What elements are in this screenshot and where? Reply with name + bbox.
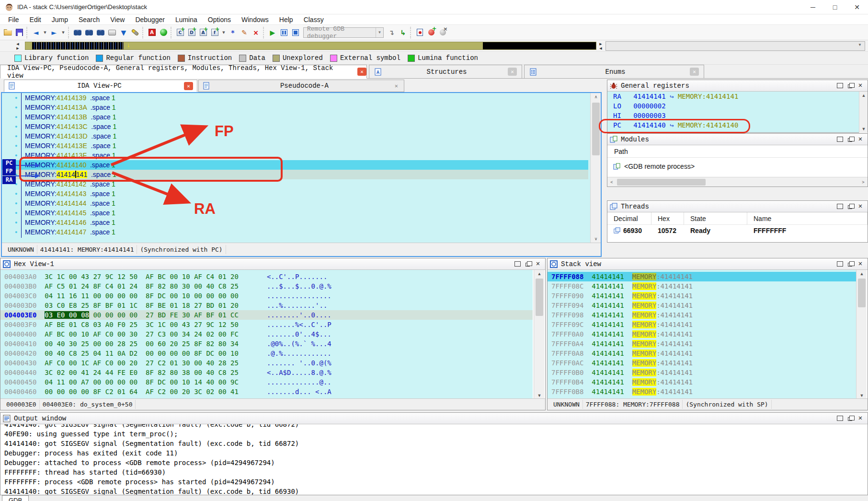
- stack-row[interactable]: 7FFFF08C 41414141 MEMORY:41414141: [548, 281, 856, 291]
- register-row-hi[interactable]: HI 00000003: [607, 111, 868, 120]
- stack-scrollbar[interactable]: ▲ ▼: [856, 270, 867, 399]
- stack-row[interactable]: 7FFFF0B0 41414141 MEMORY:41414141: [548, 368, 856, 377]
- scrollbar-thumb[interactable]: [617, 179, 706, 186]
- threads-column-decimal[interactable]: Decimal: [607, 212, 651, 225]
- listing-row[interactable]: ●MEMORY:4141413A .space 1: [2, 103, 588, 112]
- close-button[interactable]: ✕: [846, 0, 868, 14]
- hex-row[interactable]: 00400450 04 11 00 A7 00 00 00 00 8F DC 0…: [0, 377, 533, 387]
- maximize-pane-icon[interactable]: [837, 83, 843, 88]
- scroll-up-icon[interactable]: ▲: [534, 270, 545, 278]
- scroll-down-icon[interactable]: ∨: [591, 235, 601, 243]
- listing-row[interactable]: ●MEMORY:4141413B .space 1: [2, 112, 588, 122]
- make-menu-icon[interactable]: ▼: [221, 27, 227, 38]
- make-function-icon[interactable]: f: [209, 27, 220, 38]
- close-pane-icon[interactable]: ✕: [857, 261, 864, 267]
- output-window-header[interactable]: Output window ✕: [0, 413, 868, 424]
- debugger-selector-combo[interactable]: Remote GDB debugger▼: [303, 27, 384, 38]
- open-file-icon[interactable]: [2, 27, 13, 38]
- close-pane-icon[interactable]: ✕: [857, 137, 864, 142]
- modules-hscrollbar[interactable]: < >: [607, 177, 868, 186]
- chevron-down-icon[interactable]: ▼: [856, 43, 864, 49]
- threads-column-name[interactable]: Name: [747, 212, 868, 225]
- maximize-pane-icon[interactable]: [837, 261, 843, 267]
- float-pane-icon[interactable]: [848, 84, 852, 88]
- close-icon[interactable]: ✕: [395, 82, 398, 90]
- stack-row[interactable]: 7FFFF0B8 41414141 MEMORY:41414141: [548, 387, 856, 396]
- minimize-button[interactable]: ─: [802, 0, 824, 14]
- scroll-up-icon[interactable]: ∧: [591, 93, 601, 101]
- menu-item-lumina[interactable]: Lumina: [170, 14, 203, 25]
- stack-view-header[interactable]: Stack view ✕: [548, 258, 868, 270]
- stack-row[interactable]: 7FFFF090 41414141 MEMORY:41414141: [548, 291, 856, 301]
- listing-row[interactable]: ●MEMORY:41414144 .space 1: [2, 198, 588, 208]
- tab-gdb[interactable]: GDB: [2, 495, 29, 501]
- tab-ida-view-pc[interactable]: IDA View-PC ✕: [4, 80, 197, 92]
- edit-icon[interactable]: ✎: [239, 27, 250, 38]
- menu-item-jump[interactable]: Jump: [46, 14, 73, 25]
- stack-row[interactable]: 7FFFF098 41414141 MEMORY:41414141: [548, 310, 856, 320]
- scrollbar-thumb[interactable]: [536, 279, 543, 316]
- search-value-icon[interactable]: [95, 27, 106, 38]
- tab-debug-desktop[interactable]: IDA View-PC, Pseudocode-A, General regis…: [0, 65, 367, 79]
- lumina-lock-icon[interactable]: [130, 27, 140, 38]
- delete-breakpoint-icon[interactable]: [437, 27, 448, 38]
- hex-row[interactable]: 00400440 3C 02 00 41 24 44 FE E0 8F 82 8…: [0, 368, 533, 377]
- modules-header[interactable]: Modules ✕: [607, 134, 868, 145]
- maximize-pane-icon[interactable]: [837, 204, 843, 209]
- take-snapshot-icon[interactable]: A: [147, 27, 157, 38]
- listing-row[interactable]: ●MEMORY:4141413D .space 1: [2, 131, 588, 141]
- hex-row[interactable]: 004003E0 03 E0 00 08 00 00 00 00 27 BD F…: [0, 310, 533, 320]
- listing-row[interactable]: ●MEMORY:41414142 .space 1: [2, 179, 588, 189]
- menu-item-edit[interactable]: Edit: [24, 14, 46, 25]
- search-text-icon[interactable]: [84, 27, 94, 38]
- listing-row[interactable]: ●MEMORY:4141413E .space 1: [2, 141, 588, 151]
- listing-row[interactable]: ●MEMORY:41414139 .space 1: [2, 93, 588, 103]
- menu-item-debugger[interactable]: Debugger: [130, 14, 170, 25]
- float-pane-icon[interactable]: [525, 263, 530, 267]
- start-process-icon[interactable]: ▶: [267, 27, 278, 38]
- hex-row[interactable]: 00400460 00 00 00 00 8F C2 01 64 AF C2 0…: [0, 387, 533, 396]
- threads-column-headers[interactable]: DecimalHexStateName: [607, 212, 868, 225]
- hex-view-header[interactable]: Hex View-1 ✕: [0, 258, 545, 270]
- tab-pseudocode-a[interactable]: Pseudocode-A ✕: [198, 80, 404, 92]
- general-registers-header[interactable]: General registers ✕: [607, 80, 868, 92]
- close-pane-icon[interactable]: ✕: [535, 261, 541, 267]
- band-range-dropdown[interactable]: ▼: [605, 41, 865, 51]
- tab-enums[interactable]: Enums ✕: [524, 65, 704, 79]
- stack-row[interactable]: 7FFFF09C 41414141 MEMORY:41414141: [548, 320, 856, 329]
- listing-row[interactable]: ●MEMORY:41414147 .space 1: [2, 227, 588, 237]
- stack-row[interactable]: 7FFFF088 41414141 MEMORY:41414141: [548, 272, 856, 281]
- database-sphere-icon[interactable]: [158, 27, 169, 38]
- close-pane-icon[interactable]: ✕: [857, 204, 864, 209]
- search-binary-icon[interactable]: [72, 27, 83, 38]
- hex-row[interactable]: 004003B0 AF C5 01 24 8F C4 01 24 8F 82 8…: [0, 281, 533, 291]
- close-icon[interactable]: ✕: [357, 68, 366, 76]
- close-icon[interactable]: ✕: [508, 68, 517, 76]
- menu-item-windows[interactable]: Windows: [236, 14, 274, 25]
- make-data-icon[interactable]: D: [186, 27, 197, 38]
- threads-column-state[interactable]: State: [684, 212, 747, 225]
- menu-item-view[interactable]: View: [105, 14, 130, 25]
- scroll-left-icon[interactable]: <: [607, 177, 616, 187]
- stack-row[interactable]: 7FFFF0A0 41414141 MEMORY:41414141: [548, 329, 856, 339]
- threads-header[interactable]: Threads ✕: [607, 201, 868, 212]
- stack-row[interactable]: 7FFFF0AC 41414141 MEMORY:41414141: [548, 358, 856, 368]
- hex-row[interactable]: 00400400 AF BC 00 10 AF C0 00 30 27 C3 0…: [0, 329, 533, 339]
- scrollbar-thumb[interactable]: [592, 103, 600, 155]
- hex-row[interactable]: 00400420 00 40 C8 25 04 11 0A D2 00 00 0…: [0, 349, 533, 358]
- make-code-icon[interactable]: C: [175, 27, 185, 38]
- modules-column-path[interactable]: Path: [607, 145, 868, 158]
- hex-row[interactable]: 00400430 AF C0 00 1C AF C0 00 20 27 C2 0…: [0, 358, 533, 368]
- stack-row[interactable]: 7FFFF0A4 41414141 MEMORY:41414141: [548, 339, 856, 349]
- hex-row[interactable]: 004003D0 03 C0 E8 25 8F BF 01 1C 8F BE 0…: [0, 301, 533, 310]
- band-right-arrow-icon[interactable]: ▶: [598, 42, 604, 46]
- chevron-down-icon[interactable]: ▼: [376, 28, 383, 37]
- scroll-right-icon[interactable]: >: [859, 177, 868, 187]
- menu-item-help[interactable]: Help: [274, 14, 298, 25]
- band-scroll-right-icon[interactable]: ▶: [14, 46, 21, 50]
- listing-row[interactable]: ●MEMORY:41414143 .space 1: [2, 189, 588, 198]
- undefine-icon[interactable]: ×: [251, 27, 261, 38]
- scroll-up-icon[interactable]: ▲: [857, 270, 867, 278]
- jump-forward-icon[interactable]: ►: [49, 27, 59, 38]
- jump-back-icon[interactable]: ◄: [31, 27, 41, 38]
